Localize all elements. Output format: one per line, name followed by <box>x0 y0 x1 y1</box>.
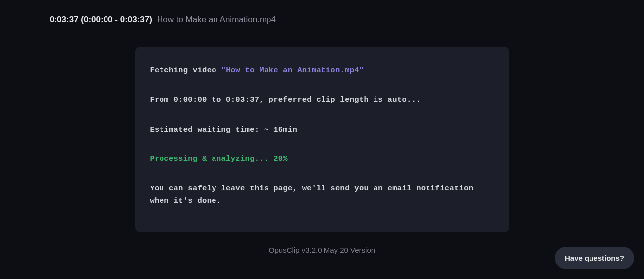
help-button[interactable]: Have questions? <box>555 247 634 269</box>
processing-status-line: Processing & analyzing... 20% <box>150 153 494 165</box>
processing-console: Fetching video "How to Make an Animation… <box>135 47 509 232</box>
fetching-prefix: Fetching video <box>150 66 221 75</box>
estimate-status-line: Estimated waiting time: ~ 16min <box>150 124 494 136</box>
version-footer: OpusClip v3.2.0 May 20 Version <box>0 246 644 254</box>
fetching-status-line: Fetching video "How to Make an Animation… <box>150 64 494 77</box>
video-timestamp: 0:03:37 (0:00:00 - 0:03:37) <box>50 15 152 25</box>
fetching-filename: "How to Make an Animation.mp4" <box>221 66 364 75</box>
range-status-line: From 0:00:00 to 0:03:37, preferred clip … <box>150 94 494 106</box>
video-header: 0:03:37 (0:00:00 - 0:03:37) How to Make … <box>0 0 644 25</box>
notice-line: You can safely leave this page, we'll se… <box>150 183 494 207</box>
video-filename: How to Make an Animation.mp4 <box>157 15 276 25</box>
